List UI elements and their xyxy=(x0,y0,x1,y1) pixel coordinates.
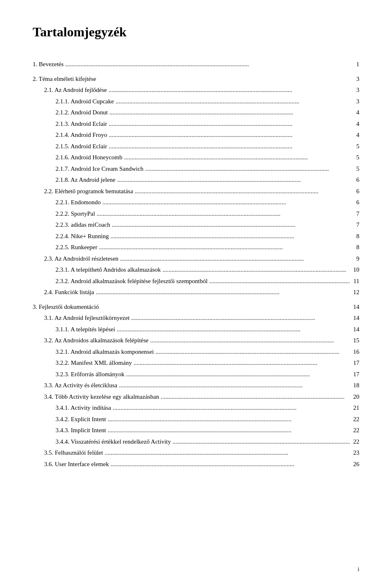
entry-dots: ........................................… xyxy=(112,220,350,230)
entry-page: 5 xyxy=(351,141,359,152)
toc-entry: 2.1.8. Az Android jelene ...............… xyxy=(56,175,359,185)
entry-text: 2.1.6. Android Honeycomb xyxy=(56,152,122,163)
entry-page: 15 xyxy=(351,335,359,346)
entry-dots: ........................................… xyxy=(109,85,350,96)
entry-dots: ........................................… xyxy=(119,380,350,391)
entry-page: 23 xyxy=(351,448,359,458)
toc-entry: 3.4.4. Visszatérési értékkel rendelkező … xyxy=(56,437,359,447)
entry-text: 2.4. Funkciók listája xyxy=(44,287,94,298)
toc-entry: 2.1.4. Android Froyo ...................… xyxy=(56,130,359,141)
entry-page: 14 xyxy=(351,313,359,324)
entry-text: 3.4.1. Activity indítása xyxy=(56,403,111,413)
toc-entry: 2.1. Az Android fejlődése ..............… xyxy=(44,85,359,96)
entry-text: 2.1.3. Android Eclair xyxy=(56,119,107,130)
entry-text: 2.1.4. Android Froyo xyxy=(56,130,107,141)
entry-dots: ........................................… xyxy=(124,152,350,163)
toc-entry: 3.4.1. Activity indítása ...............… xyxy=(56,403,359,413)
entry-text: 3.1.1. A telepítés lépései xyxy=(56,324,115,335)
toc-entry: 3.2.3. Erőforrás állományok ............… xyxy=(56,369,359,380)
entry-dots: ........................................… xyxy=(156,347,350,357)
entry-text: 2.3.1. A telepíthető Andridos alkalmazás… xyxy=(56,265,161,275)
entry-page: 16 xyxy=(351,347,359,357)
entry-text: 3.2.3. Erőforrás állományok xyxy=(56,369,125,380)
toc-entry: 2.2.3. adidas miCoach ..................… xyxy=(56,220,359,230)
entry-dots: ........................................… xyxy=(113,403,350,413)
entry-page: 1 xyxy=(351,59,359,70)
entry-text: 3.2. Az Androidos alkalmazások felépítés… xyxy=(44,335,149,346)
entry-text: 3.6. User Interface elemek xyxy=(44,459,109,470)
entry-dots: ........................................… xyxy=(134,358,350,368)
entry-text: 3.5. Felhasználói felület xyxy=(44,448,103,458)
toc-entry: 2.4. Funkciók listája ..................… xyxy=(44,287,359,298)
entry-dots: ........................................… xyxy=(102,197,350,208)
entry-page: 17 xyxy=(351,358,359,368)
entry-dots: ........................................… xyxy=(117,175,350,185)
entry-dots: ........................................… xyxy=(99,242,350,253)
toc-entry: 2.2.4. Nike+ Running ...................… xyxy=(56,231,359,242)
entry-page: 12 xyxy=(351,287,359,298)
entry-text: 2.1.8. Az Android jelene xyxy=(56,175,116,185)
toc-entry: 3.2.1. Android alkalmazás komponensei ..… xyxy=(56,347,359,357)
entry-page: 14 xyxy=(351,324,359,335)
entry-dots: ........................................… xyxy=(109,107,350,118)
entry-text: 2.2.2. SportyPal xyxy=(56,209,95,219)
entry-text: 2.1.2. Android Donut xyxy=(56,107,108,118)
toc-entry: 2.3. Az Androidról részletesen .........… xyxy=(44,254,359,264)
entry-dots: ........................................… xyxy=(111,231,350,242)
entry-dots: ........................................… xyxy=(96,287,350,298)
entry-page: 11 xyxy=(351,276,359,287)
entry-page: 22 xyxy=(351,437,359,447)
entry-dots: ........................................… xyxy=(109,141,350,152)
entry-page: 8 xyxy=(351,231,359,242)
toc-entry: 2.2.1. Endomondo .......................… xyxy=(56,197,359,208)
toc-entry: 3.1.1. A telepítés lépései .............… xyxy=(56,324,359,335)
entry-text: 2. Téma elméleti kifejtése xyxy=(33,74,96,85)
entry-page: 18 xyxy=(351,380,359,391)
entry-dots: ........................................… xyxy=(145,164,350,174)
entry-page: 22 xyxy=(351,414,359,425)
entry-text: 2.2.4. Nike+ Running xyxy=(56,231,109,242)
toc-entry: 2.1.2. Android Donut ...................… xyxy=(56,107,359,118)
toc-entry: 2.3.2. Android alkalmazások felépítése f… xyxy=(56,276,359,287)
entry-page: 3 xyxy=(351,85,359,96)
entry-page: 5 xyxy=(351,152,359,163)
entry-dots: ........................................… xyxy=(126,369,350,380)
entry-dots: ........................................… xyxy=(97,209,350,219)
entry-page: 9 xyxy=(351,254,359,264)
entry-dots: ........................................… xyxy=(111,459,350,470)
entry-text: 2.3.2. Android alkalmazások felépítése f… xyxy=(56,276,207,287)
toc-entry: 2.1.7. Android Ice Cream Sandwich ......… xyxy=(56,164,359,174)
entry-dots: ........................................… xyxy=(135,186,350,197)
entry-dots: ........................................… xyxy=(117,324,350,335)
toc-entry: 3.5. Felhasználói felület ..............… xyxy=(44,448,359,458)
toc-entry: 2.1.3. Android Eclair ..................… xyxy=(56,119,359,130)
toc-container: 1. Bevezetés ...........................… xyxy=(33,59,359,469)
toc-entry: 3.1. Az Android fejlesztőkörnyezet .....… xyxy=(44,313,359,324)
toc-entry: 3.2. Az Androidos alkalmazások felépítés… xyxy=(44,335,359,346)
entry-page: 4 xyxy=(351,119,359,130)
entry-text: 2.1.1. Android Cupcake xyxy=(56,96,114,107)
entry-text: 2.2.5. Runkeeper xyxy=(56,242,97,253)
entry-dots: ........................................… xyxy=(65,59,350,70)
entry-text: 2.1. Az Android fejlődése xyxy=(44,85,107,96)
entry-dots: ........................................… xyxy=(150,335,350,346)
toc-entry: 2.1.1. Android Cupcake .................… xyxy=(56,96,359,107)
entry-dots: ........................................… xyxy=(163,265,350,275)
entry-dots: ........................................… xyxy=(108,414,350,425)
entry-page: 20 xyxy=(351,392,359,402)
toc-entry: 1. Bevezetés ...........................… xyxy=(33,59,359,70)
entry-text: 3.4. Több Activity kezelése egy alkalmaz… xyxy=(44,392,159,402)
toc-entry: 2.1.6. Android Honeycomb ...............… xyxy=(56,152,359,163)
toc-entry: 3.6. User Interface elemek .............… xyxy=(44,459,359,470)
entry-text: 2.1.7. Android Ice Cream Sandwich xyxy=(56,164,143,174)
entry-text: 3.2.1. Android alkalmazás komponensei xyxy=(56,347,154,357)
entry-page: 6 xyxy=(351,197,359,208)
entry-page: 4 xyxy=(351,107,359,118)
entry-dots: ........................................… xyxy=(109,119,350,130)
entry-page: 22 xyxy=(351,425,359,436)
entry-text: 3.1. Az Android fejlesztőkörnyezet xyxy=(44,313,130,324)
entry-text: 3.4.2. Explicit Intent xyxy=(56,414,106,425)
entry-text: 3. Fejlesztői dokumentáció xyxy=(33,302,99,313)
entry-dots: ........................................… xyxy=(109,130,350,141)
entry-text: 3.2.2. Manifest XML állomány xyxy=(56,358,132,368)
